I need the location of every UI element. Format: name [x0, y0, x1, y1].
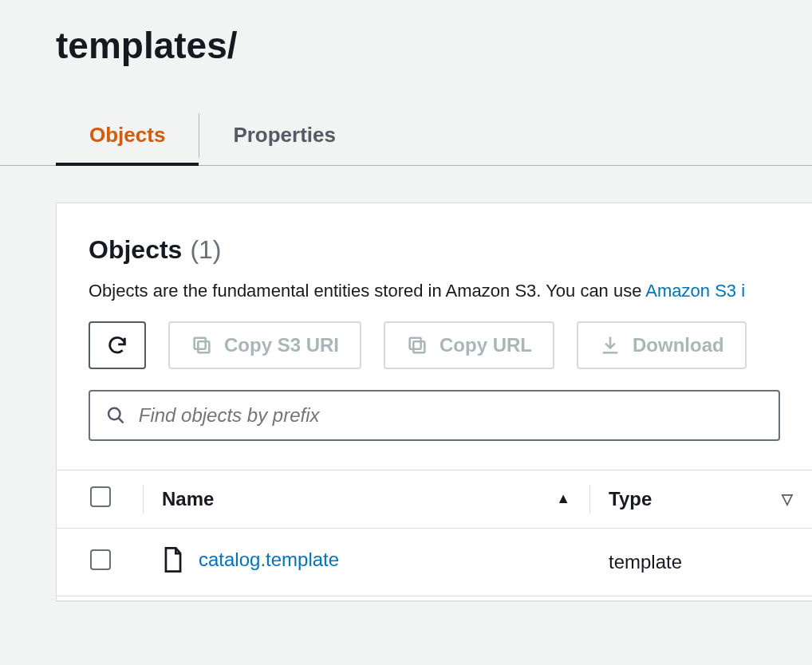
copy-s3-uri-label: Copy S3 URI [224, 334, 339, 356]
copy-icon [406, 334, 428, 356]
col-name-label: Name [162, 488, 214, 510]
svg-rect-3 [410, 337, 421, 348]
column-header-type[interactable]: Type ▽ [589, 470, 812, 528]
panel-title-text: Objects [89, 235, 182, 265]
svg-line-5 [118, 418, 123, 423]
file-icon [162, 546, 184, 573]
panel-count: (1) [190, 235, 221, 265]
filter-icon: ▽ [782, 490, 793, 508]
column-header-name[interactable]: Name ▲ [143, 470, 589, 528]
copy-icon [191, 334, 213, 356]
tabs: Objects Properties [0, 110, 812, 166]
objects-table: Name ▲ Type ▽ [57, 470, 812, 596]
search-input[interactable] [139, 404, 763, 427]
panel-title: Objects (1) [89, 235, 780, 265]
copy-s3-uri-button[interactable]: Copy S3 URI [168, 321, 361, 369]
search-icon [106, 405, 126, 426]
download-icon [599, 334, 621, 356]
svg-rect-2 [413, 341, 424, 352]
refresh-button[interactable] [89, 321, 146, 369]
search-container [89, 390, 780, 441]
table-row: catalog.template template [57, 528, 812, 596]
sort-asc-icon: ▲ [556, 490, 570, 507]
download-label: Download [633, 334, 724, 356]
panel-description-text: Objects are the fundamental entities sto… [89, 281, 645, 301]
select-all-checkbox[interactable] [90, 486, 111, 507]
object-name-link[interactable]: catalog.template [199, 549, 339, 571]
copy-url-button[interactable]: Copy URL [384, 321, 554, 369]
col-type-label: Type [609, 488, 652, 510]
page-title: templates/ [0, 0, 812, 75]
refresh-icon [106, 334, 128, 356]
panel-description: Objects are the fundamental entities sto… [89, 279, 780, 304]
tab-properties[interactable]: Properties [199, 110, 369, 165]
object-type-cell: template [589, 528, 812, 596]
toolbar: Copy S3 URI Copy URL Download [57, 321, 812, 369]
copy-url-label: Copy URL [440, 334, 532, 356]
amazon-s3-link[interactable]: Amazon S3 i [645, 281, 745, 301]
download-button[interactable]: Download [577, 321, 747, 369]
svg-rect-1 [195, 337, 206, 348]
svg-rect-0 [198, 341, 209, 352]
objects-panel: Objects (1) Objects are the fundamental … [56, 203, 812, 601]
row-checkbox[interactable] [90, 549, 111, 570]
tab-objects[interactable]: Objects [56, 110, 199, 165]
svg-point-4 [108, 408, 120, 419]
